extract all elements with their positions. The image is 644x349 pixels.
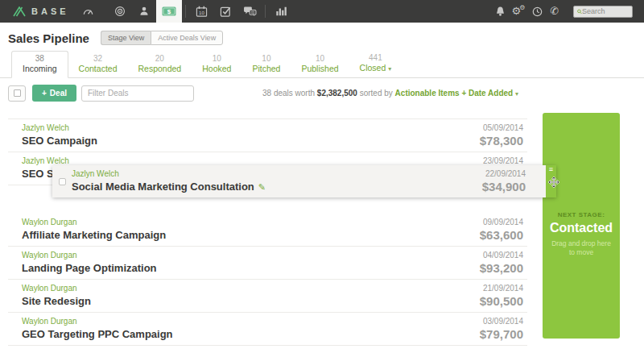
top-navbar: BASE $ 10 [0,0,644,23]
notifications-bell-icon[interactable] [491,0,509,23]
dashboard-icon[interactable] [76,0,100,23]
deal-row-site-redesign[interactable]: Waylon Durgan Site Redesign 21/09/2014 $… [8,280,527,313]
deal-row-affiliate-marketing[interactable]: Waylon Durgan Affiliate Marketing Campai… [8,214,527,247]
deal-title[interactable]: SEO Campaign [22,134,527,147]
chevron-down-icon[interactable]: ▾ [515,90,518,98]
deal-amount: $90,500 [480,294,523,308]
deal-title[interactable]: GEO Targeting PPC Campaign [22,327,527,341]
deals-summary: 38 deals worth $2,382,500 sorted by Acti… [262,89,518,98]
deal-contact[interactable]: Waylon Durgan [22,284,527,293]
add-deal-button[interactable]: +Deal [32,85,76,102]
tab-incoming[interactable]: 38 Incoming [11,51,68,78]
tab-pitched[interactable]: 10 Pitched [242,52,291,77]
deal-row-seo-campaign[interactable]: Jazlyn Welch SEO Campaign 05/09/2014 $78… [8,119,527,152]
page-title: Sales Pipeline [8,31,89,45]
plus-icon: + [42,89,47,98]
deal-contact[interactable]: Waylon Durgan [22,251,527,260]
deal-date: 03/09/2014 [480,317,523,326]
goals-target-icon[interactable] [108,0,132,23]
deals-icon[interactable]: $ [156,0,182,23]
dollar-glyph: $ [167,8,171,15]
deal-date: 04/09/2014 [480,251,523,260]
drop-hint: Drag and drop here to move [543,239,620,257]
dragged-deal-row[interactable]: Jazlyn Welch Social Media Marketing Cons… [52,165,556,197]
base-logo[interactable]: BASE [13,6,71,17]
stage-view-button[interactable]: Stage View [101,31,151,45]
phone-icon[interactable]: ✆ [546,0,564,23]
recent-clock-icon[interactable] [528,0,546,23]
next-stage-label: NEXT STAGE: [543,211,620,218]
search-input[interactable] [582,7,629,15]
summary-total: $2,382,500 [317,89,357,98]
grip-icon: ≡ [546,165,556,173]
tab-responded[interactable]: 20 Responded [127,52,192,77]
calendar-icon[interactable]: 10 [189,0,213,23]
page-header: Sales Pipeline Stage View Active Deals V… [0,23,644,45]
next-stage-drop-zone[interactable]: NEXT STAGE: Contacted Drag and drop here… [543,113,620,339]
svg-text:10: 10 [199,9,204,15]
deal-date: 22/09/2014 [482,169,526,179]
select-all-checkbox[interactable] [8,85,26,102]
tab-contacted[interactable]: 32 Contacted [68,52,128,77]
deal-checkbox[interactable] [59,178,66,185]
move-cursor-icon [548,177,559,191]
messages-icon[interactable] [237,0,262,23]
deal-row-geo-targeting[interactable]: Waylon Durgan GEO Targeting PPC Campaign… [8,313,527,346]
base-logo-icon [13,6,27,17]
global-search[interactable] [573,6,633,18]
sort-selector[interactable]: Actionable Items + Date Added [395,89,514,98]
list-toolbar: +Deal 38 deals worth $2,382,500 sorted b… [0,78,644,102]
deal-contact[interactable]: Jazlyn Welch [22,123,527,133]
stage-tabs: 38 Incoming 32 Contacted 20 Responded 10… [0,52,644,78]
deal-date: 09/09/2014 [480,218,523,227]
deal-title[interactable]: Site Redesign [22,294,527,308]
reports-icon[interactable] [269,0,293,23]
deal-row-competition-consultation[interactable]: Waylon Jacobson Competition Consultation… [8,346,527,349]
edit-pencil-icon[interactable]: ✎ [258,182,266,193]
chevron-down-icon: ▾ [388,65,391,73]
deal-amount: $63,600 [480,228,523,242]
contacts-icon[interactable] [132,0,156,23]
navbar-right: ⚙⚙ ✆ [491,0,633,23]
view-toggle: Stage View Active Deals View [101,31,223,45]
tab-hooked[interactable]: 10 Hooked [192,52,242,77]
deal-contact[interactable]: Waylon Durgan [22,317,527,326]
tab-published[interactable]: 10 Published [291,52,349,77]
nav-divider [185,5,186,18]
base-crm-app: BASE $ 10 [0,0,644,349]
summary-prefix: 38 deals worth [262,89,315,98]
next-stage-name: Contacted [543,221,620,235]
checkbox-square [14,89,21,97]
deal-row-landing-page[interactable]: Waylon Durgan Landing Page Optimization … [8,247,527,280]
active-deals-view-button[interactable]: Active Deals View [151,31,223,45]
deal-date: 05/09/2014 [480,123,523,133]
deal-amount: $78,300 [480,134,523,147]
brand-name: BASE [31,6,69,16]
deal-title[interactable]: Landing Page Optimization [22,261,527,275]
tasks-icon[interactable] [213,0,237,23]
deal-list: Jazlyn Welch SEO Campaign 05/09/2014 $78… [8,118,527,349]
nav-divider [265,5,266,18]
summary-sorted-by: sorted by [360,89,393,98]
deal-title[interactable]: Affiliate Marketing Campaign [22,228,527,242]
deal-contact[interactable]: Waylon Durgan [22,218,527,227]
deal-date: 21/09/2014 [480,284,523,293]
filter-deals-input[interactable] [81,85,194,102]
deal-amount: $93,200 [480,261,523,275]
tab-closed[interactable]: 441 Closed ▾ [349,51,402,77]
deal-amount: $34,900 [482,180,526,193]
settings-gears-icon[interactable]: ⚙⚙ [509,0,528,23]
deal-amount: $79,700 [480,327,523,341]
